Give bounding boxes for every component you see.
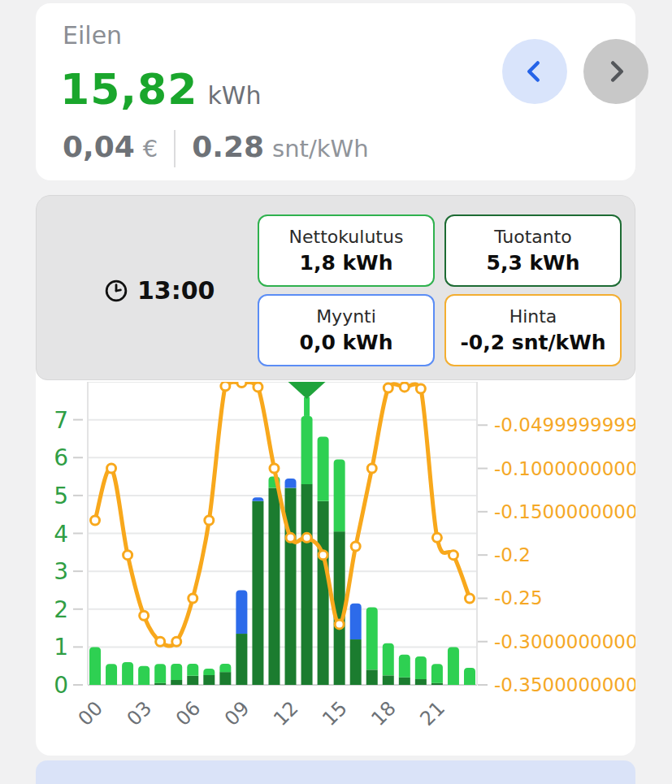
bar-segment-net-consumption[interactable]: [448, 647, 459, 685]
bar-segment-net-consumption[interactable]: [318, 437, 329, 501]
bar-segment-net-consumption[interactable]: [301, 416, 313, 484]
bar-segment-net-consumption[interactable]: [154, 664, 166, 682]
bar-segment-production[interactable]: [219, 672, 231, 685]
y-axis-label-left: 4: [54, 521, 68, 548]
bar-segment-production[interactable]: [383, 675, 394, 685]
time-indicator-stem: [304, 397, 310, 416]
price-marker[interactable]: [302, 533, 311, 542]
price-marker[interactable]: [335, 620, 344, 629]
stat-label: Tuotanto: [494, 227, 572, 247]
price-marker[interactable]: [205, 516, 214, 525]
bar-segment-net-consumption[interactable]: [89, 647, 101, 685]
bar-segment-production[interactable]: [154, 683, 166, 685]
price-marker[interactable]: [189, 594, 197, 603]
bar-segment-net-consumption[interactable]: [171, 664, 182, 680]
bar-segment-production[interactable]: [252, 501, 263, 685]
price-marker[interactable]: [124, 551, 132, 560]
previous-day-button[interactable]: [502, 39, 567, 104]
bar-segment-sold[interactable]: [350, 604, 362, 639]
x-axis-label: 12: [269, 697, 302, 730]
energy-price-chart[interactable]: 01234567-0.049999999999-0.100000000000-0…: [36, 382, 635, 756]
chevron-right-icon: [601, 57, 631, 86]
price-marker[interactable]: [416, 384, 425, 393]
bar-segment-production[interactable]: [236, 634, 247, 685]
price-marker[interactable]: [400, 383, 409, 392]
price-marker[interactable]: [286, 533, 295, 542]
bar-segment-production[interactable]: [268, 488, 280, 685]
bar-segment-net-consumption[interactable]: [431, 664, 443, 682]
x-axis-label: 18: [366, 697, 400, 730]
next-section-card: [36, 760, 635, 784]
bar-segment-net-consumption[interactable]: [415, 656, 427, 679]
price-marker[interactable]: [107, 464, 116, 473]
price-marker[interactable]: [465, 594, 474, 603]
bar-segment-net-consumption[interactable]: [464, 668, 475, 685]
y-axis-label-left: 7: [54, 407, 68, 434]
price-marker[interactable]: [254, 383, 262, 392]
bar-segment-production[interactable]: [366, 669, 378, 685]
stat-label: Nettokulutus: [289, 227, 404, 247]
bar-segment-production[interactable]: [399, 678, 410, 685]
price-marker[interactable]: [140, 611, 149, 620]
x-axis-label: 21: [416, 697, 449, 730]
stat-sold: Myynti 0,0 kWh: [258, 294, 435, 366]
stat-label: Hinta: [509, 306, 557, 327]
price-marker[interactable]: [384, 383, 392, 392]
bar-segment-sold[interactable]: [252, 497, 263, 501]
y-axis-label-right: -0.049999999999: [494, 414, 635, 435]
bar-segment-sold[interactable]: [285, 479, 297, 488]
day-title: Eilen: [63, 21, 122, 50]
y-axis-label-right: -0.350000000000: [494, 674, 635, 695]
stat-production: Tuotanto 5,3 kWh: [444, 214, 622, 287]
x-axis-label: 09: [220, 697, 254, 730]
selected-time-label: 13:00: [137, 276, 215, 305]
x-axis-label: 15: [318, 697, 351, 730]
bar-segment-net-consumption[interactable]: [203, 669, 215, 675]
price-marker[interactable]: [221, 382, 230, 391]
x-axis-label: 00: [74, 697, 107, 730]
price-marker[interactable]: [367, 464, 376, 473]
bar-segment-net-consumption[interactable]: [383, 643, 394, 676]
bar-segment-net-consumption[interactable]: [106, 664, 117, 685]
price-marker[interactable]: [432, 533, 441, 542]
bar-segment-net-consumption[interactable]: [187, 664, 198, 676]
price-line: [95, 382, 470, 646]
bar-segment-production[interactable]: [415, 679, 427, 685]
bar-segment-net-consumption[interactable]: [138, 666, 150, 685]
energy-total-row: 15,82 kWh: [60, 65, 262, 114]
y-axis-label-right: -0.100000000000: [494, 458, 635, 479]
y-axis-label-left: 1: [54, 634, 68, 661]
energy-total-unit: kWh: [207, 81, 261, 110]
bar-segment-production[interactable]: [301, 484, 313, 685]
y-axis-label-left: 2: [54, 596, 68, 623]
bar-segment-net-consumption[interactable]: [366, 607, 378, 669]
bar-segment-production[interactable]: [318, 501, 329, 685]
next-day-button[interactable]: [583, 39, 648, 104]
price-marker[interactable]: [91, 516, 100, 525]
price-marker[interactable]: [351, 542, 360, 551]
x-axis-label: 03: [123, 697, 156, 730]
stat-value: 5,3 kWh: [487, 251, 580, 275]
bar-segment-net-consumption[interactable]: [399, 655, 410, 678]
price-marker[interactable]: [449, 551, 457, 560]
y-axis-label-left: 5: [54, 483, 68, 509]
bar-segment-net-consumption[interactable]: [122, 662, 133, 685]
price-marker[interactable]: [172, 637, 181, 646]
price-marker[interactable]: [237, 382, 246, 388]
price-marker[interactable]: [319, 551, 327, 560]
y-axis-label-right: -0.25: [494, 587, 543, 609]
price-marker[interactable]: [270, 464, 279, 473]
bar-segment-production[interactable]: [203, 675, 215, 685]
bar-segment-production[interactable]: [187, 676, 198, 685]
price-marker[interactable]: [156, 637, 165, 646]
bar-segment-sold[interactable]: [236, 590, 247, 634]
bar-segment-production[interactable]: [431, 683, 443, 685]
bar-segment-net-consumption[interactable]: [334, 460, 345, 532]
bar-segment-production[interactable]: [350, 639, 362, 685]
bar-segment-production[interactable]: [171, 680, 182, 685]
avg-price-value: 0.28: [192, 130, 264, 163]
cost-value: 0,04: [63, 130, 135, 163]
chevron-left-icon: [520, 57, 549, 86]
bar-segment-net-consumption[interactable]: [219, 664, 231, 672]
stat-value: 1,8 kWh: [300, 251, 393, 275]
